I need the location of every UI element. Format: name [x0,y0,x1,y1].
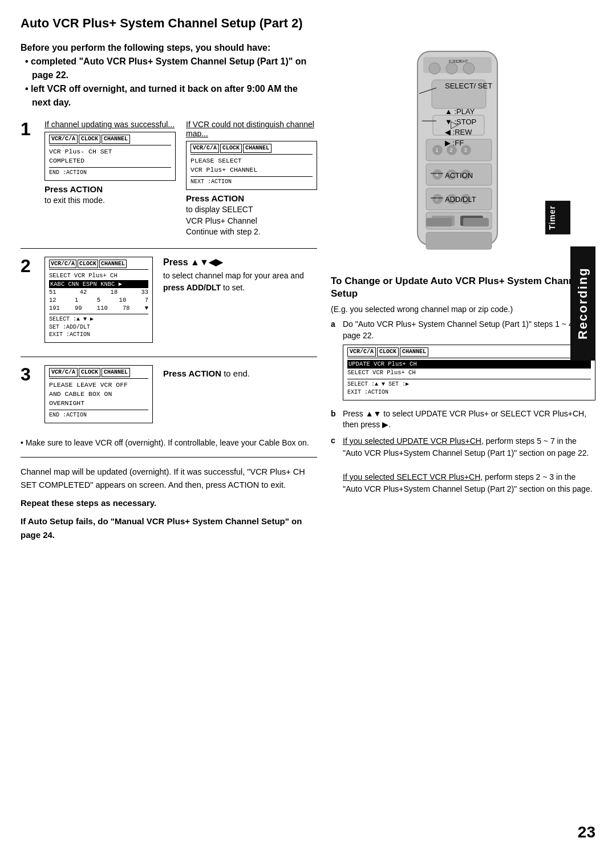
annotation-add-dlt: ADD/DLT [445,195,476,204]
item-a-screen-footer: SELECT :▲ ▼ SET :▶ EXIT :ACTION [347,379,591,396]
update-section: To Change or Update Auto VCR Plus+ Syste… [331,275,595,495]
update-item-a: a Do "Auto VCR Plus+ System Channel Setu… [331,319,595,404]
page-title: Auto VCR Plus+ System Channel Setup (Par… [21,16,595,31]
intro-text: Before you perform the following steps, … [21,41,317,110]
item-c-label: c [331,435,339,495]
step-1-content: If channel updating was successful... VC… [44,120,317,238]
step2-row1: SELECT VCR Plus+ CH [49,272,148,280]
remote-control-svg: EJECT LIGHT ▷ 1 2 3 [395,47,532,264]
item-a-screen-line1: UPDATE VCR Plus+ CH [347,360,591,369]
update-item-b: b Press ▲▼ to select UPDATE VCR Plus+ or… [331,408,595,431]
step1-subcol2-heading: If VCR could not distinguish channel map… [186,120,317,138]
bottom-para-1: Channel map will be updated (overnight).… [21,466,317,492]
step3-screen: VCR/C/A CLOCK CHANNEL PLEASE LEAVE VCR O… [44,365,153,423]
step-2-content: VCR/C/A CLOCK CHANNEL SELECT VCR Plus+ C… [44,257,317,346]
step-1: 1 If channel updating was successful... … [21,120,317,238]
step-2: 2 VCR/C/A CLOCK CHANNEL SELECT VCR Plus+… [21,257,317,346]
step-1-number: 1 [21,120,39,138]
update-title: To Change or Update Auto VCR Plus+ Syste… [331,275,595,300]
svg-text:4: 4 [435,172,438,177]
step2-numbers-row1: 51421833 [49,288,148,296]
bottom-text: Channel map will be updated (overnight).… [21,466,317,542]
step2-instructions: Press ▲▼◀▶ to select channel map for you… [163,257,304,294]
intro-heading: Before you perform the following steps, … [21,43,270,52]
update-body: (E.g. you selected wrong channel map or … [331,303,595,495]
step-3: 3 VCR/C/A CLOCK CHANNEL PLEASE LEAVE VCR… [21,365,317,427]
svg-point-5 [446,63,457,74]
step-3-number: 3 [21,365,39,383]
step2-numbers-row3: 1919911078▼ [49,304,148,312]
recording-tab: Recording [570,246,595,361]
bullet-note: • Make sure to leave VCR off (overnight)… [21,437,317,449]
step-3-content: VCR/C/A CLOCK CHANNEL PLEASE LEAVE VCR O… [44,365,317,427]
step2-instruction1: Press ▲▼◀▶ [163,257,304,268]
page-number: 23 [578,823,595,841]
step1-press-action-1: Press ACTION [44,184,176,194]
svg-rect-35 [426,232,492,249]
step1-press-desc-2: to display SELECT VCR Plus+ Channel Cont… [186,204,317,238]
bottom-para-2: Repeat these steps as necessary. [21,496,317,510]
item-a-screen-line2: SELECT VCR Plus+ CH [347,369,591,377]
step1-press-desc-1: to exit this mode. [44,195,176,207]
bottom-para-3: If Auto Setup fails, do "Manual VCR Plus… [21,515,317,542]
svg-rect-36 [426,218,452,226]
svg-point-6 [463,63,475,74]
step1-screen2-line1: PLEASE SELECT [191,156,313,165]
annotation-select-set: SELECT/ SET [445,81,492,91]
step2-footer: SELECT :▲ ▼ ▶ SET :ADD/DLT EXIT :ACTION [49,314,148,339]
item-a-label: a [331,319,339,404]
step1-screen2-footer: NEXT :ACTION [191,176,313,186]
item-c-content: If you selected UPDATE VCR Plus+CH, perf… [343,435,595,495]
item-a-content: Do "Auto VCR Plus+ System Channel Setup … [343,319,595,404]
step1-press-action-2: Press ACTION [186,193,317,203]
annotation-play: ▲ :PLAY ▼ :STOP ◀ :REW ▶ :FF [445,107,476,148]
step1-screen1: VCR/C/A CLOCK CHANNEL VCR Plus- CH SET C… [44,132,176,181]
step3-line3: OVERNIGHT [49,399,148,408]
divider-1 [21,248,317,249]
item-a-screen: VCR/C/A CLOCK CHANNEL UPDATE VCR Plus+ C… [343,345,595,400]
step1-screen1-line1: VCR Plus- CH SET [49,147,171,156]
step1-screen1-line2: COMPLETED [49,156,171,165]
right-column: EJECT LIGHT ▷ 1 2 3 [331,41,595,547]
step1-screen2: VCR/C/A CLOCK CHANNEL PLEASE SELECT VCR … [186,141,317,190]
item-b-content: Press ▲▼ to select UPDATE VCR Plus+ or S… [343,408,595,431]
step2-row2: KABC CNN ESPN KNBC ▶ [49,280,148,288]
left-column: Before you perform the following steps, … [21,41,317,547]
update-note: (E.g. you selected wrong channel map or … [331,303,595,315]
timer-tab: Timer [545,201,570,234]
step2-instruction2: to select channel map for your area and … [163,270,304,294]
annotation-action: ACTION [445,171,473,180]
divider-3 [21,457,317,458]
step-1-subcol-1: If channel updating was successful... VC… [44,120,176,238]
update-item-c: c If you selected UPDATE VCR Plus+CH, pe… [331,435,595,495]
step2-numbers-row2: 1215107 [49,296,148,304]
svg-rect-37 [463,218,489,226]
step2-screen: VCR/C/A CLOCK CHANNEL SELECT VCR Plus+ C… [44,257,153,343]
step1-screen2-line2: VCR Plus+ CHANNEL [191,165,313,175]
step3-instruction: Press ACTION to end. [163,365,250,378]
step1-screen1-footer: END :ACTION [49,167,171,177]
item-b-label: b [331,408,339,431]
svg-text:7: 7 [435,196,438,202]
divider-2 [21,357,317,357]
step-2-number: 2 [21,257,39,275]
step3-line2: AND CABLE BOX ON [49,390,148,399]
svg-text:LIGHT: LIGHT [456,59,468,63]
step3-footer: END :ACTION [49,410,148,419]
step3-line1: PLEASE LEAVE VCR OFF [49,381,148,390]
step1-subcol1-heading: If channel updating was successful... [44,120,176,129]
svg-text:1: 1 [435,147,438,153]
svg-point-4 [429,63,440,74]
intro-bullet-1: • completed "Auto VCR Plus+ System Chann… [25,55,317,82]
intro-bullet-2: • left VCR off overnight, and turned it … [25,82,317,110]
step-1-subcol-2: If VCR could not distinguish channel map… [186,120,317,238]
